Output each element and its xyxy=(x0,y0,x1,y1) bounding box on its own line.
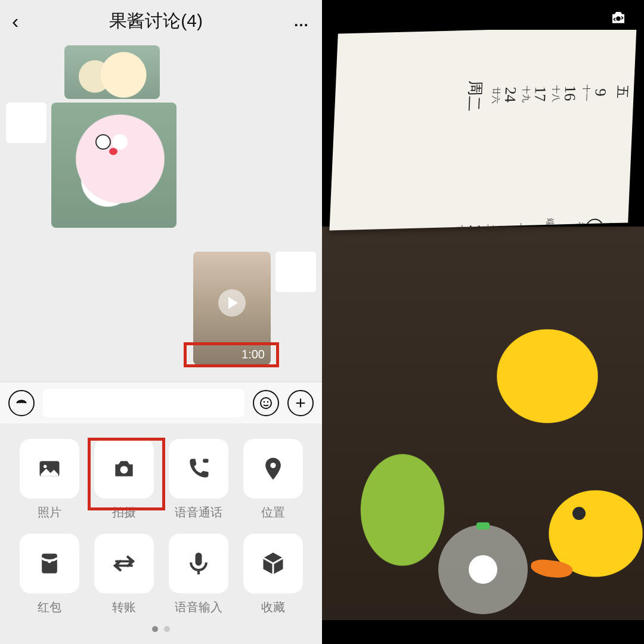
message-input[interactable] xyxy=(43,389,244,417)
message-item: 1:00 xyxy=(6,252,316,365)
camera-screen: 2022 五 六 9十一4初六16十八10端午节17十九11十三24廿六18二十… xyxy=(322,0,644,644)
shutter-inner xyxy=(469,555,497,584)
chat-input-bar: + xyxy=(0,382,322,423)
attach-location[interactable]: 位置 xyxy=(242,439,304,521)
chat-title[interactable]: 果酱讨论(4) xyxy=(109,9,203,33)
play-icon[interactable] xyxy=(218,289,246,317)
avatar[interactable] xyxy=(275,252,316,292)
attach-voice-call[interactable]: 语音通话 xyxy=(167,439,230,521)
sticker-image[interactable] xyxy=(51,103,177,228)
attach-label: 收藏 xyxy=(261,599,285,615)
attach-label: 位置 xyxy=(261,504,285,521)
video-duration: 1:00 xyxy=(242,348,265,361)
attachment-panel: 照片 拍摄 语音通话 位置 红包 转账 xyxy=(0,423,322,644)
attach-transfer[interactable]: 转账 xyxy=(92,534,155,615)
voice-toggle-icon[interactable] xyxy=(8,390,35,416)
attach-camera[interactable]: 拍摄 xyxy=(92,439,155,521)
svg-point-4 xyxy=(43,465,47,469)
sticker-image[interactable] xyxy=(64,45,160,99)
record-indicator xyxy=(476,522,490,530)
attach-label: 语音通话 xyxy=(175,504,222,521)
image-icon xyxy=(36,456,63,482)
attach-label: 红包 xyxy=(38,599,61,615)
back-icon[interactable]: ‹ xyxy=(12,10,18,33)
message-list[interactable]: 1:00 xyxy=(0,42,322,382)
transfer-icon xyxy=(111,550,137,577)
message-item xyxy=(6,103,316,228)
video-message[interactable]: 1:00 xyxy=(193,252,271,365)
svg-point-1 xyxy=(264,401,265,402)
attach-label: 拍摄 xyxy=(112,504,136,521)
attach-label: 语音输入 xyxy=(175,599,222,615)
attach-red-packet[interactable]: 红包 xyxy=(18,534,80,615)
svg-rect-10 xyxy=(195,553,202,566)
svg-point-9 xyxy=(48,559,51,563)
svg-point-0 xyxy=(261,398,271,408)
svg-rect-8 xyxy=(42,554,57,574)
svg-point-2 xyxy=(267,401,269,402)
page-dot[interactable] xyxy=(152,626,158,632)
message-item xyxy=(60,45,316,99)
pin-icon xyxy=(260,456,286,482)
attach-photo[interactable]: 照片 xyxy=(18,439,80,521)
svg-rect-6 xyxy=(203,459,208,463)
more-icon[interactable]: … xyxy=(293,12,310,30)
shutter-button[interactable] xyxy=(438,525,528,614)
page-indicator xyxy=(18,626,304,632)
svg-point-7 xyxy=(270,463,275,468)
attach-voice-input[interactable]: 语音输入 xyxy=(167,534,230,615)
chat-header: ‹ 果酱讨论(4) … xyxy=(0,0,322,42)
camera-icon xyxy=(111,456,137,482)
camera-top-bar xyxy=(322,0,644,36)
svg-point-5 xyxy=(120,466,128,473)
switch-camera-icon[interactable] xyxy=(607,7,630,29)
calendar-in-photo: 2022 五 六 9十一4初六16十八10端午节17十九11十三24廿六18二十… xyxy=(329,30,636,230)
wechat-chat-screen: ‹ 果酱讨论(4) … 1:00 + xyxy=(0,0,322,644)
red-packet-icon xyxy=(36,550,63,577)
attach-favorite[interactable]: 收藏 xyxy=(242,534,304,615)
weekday-label: 五 xyxy=(613,85,631,99)
cube-icon xyxy=(260,550,286,577)
avatar[interactable] xyxy=(6,103,47,143)
page-dot[interactable] xyxy=(164,626,170,632)
attach-label: 照片 xyxy=(38,504,61,521)
attach-label: 转账 xyxy=(112,599,136,615)
plus-icon[interactable]: + xyxy=(287,390,314,416)
mic-icon xyxy=(185,550,212,577)
emoji-icon[interactable] xyxy=(253,390,279,416)
phone-icon xyxy=(185,456,212,482)
